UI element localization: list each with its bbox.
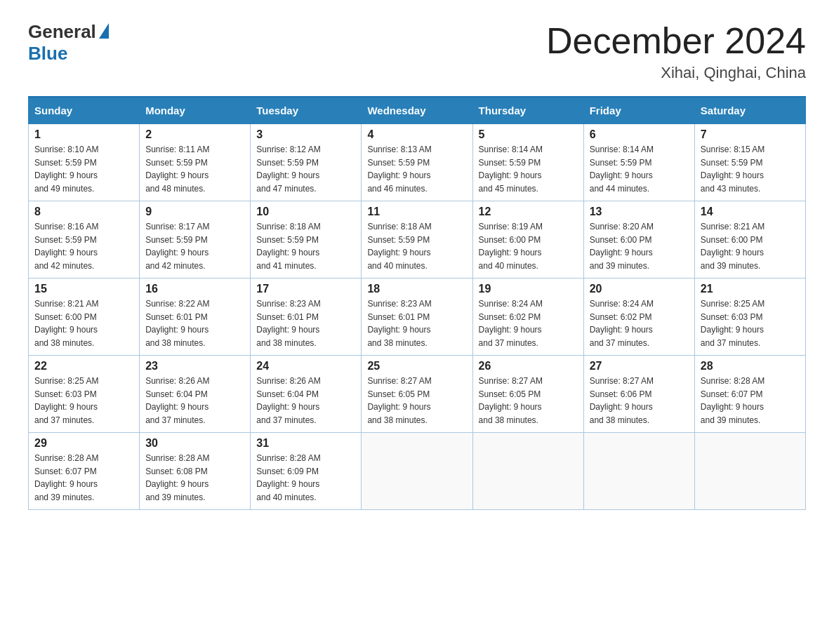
day-number: 12 (479, 206, 578, 218)
day-info: Sunrise: 8:22 AMSunset: 6:01 PMDaylight:… (145, 297, 244, 349)
day-info: Sunrise: 8:28 AMSunset: 6:07 PMDaylight:… (34, 452, 133, 504)
header-thursday: Thursday (472, 97, 583, 124)
calendar-cell: 30Sunrise: 8:28 AMSunset: 6:08 PMDayligh… (140, 433, 251, 510)
day-number: 6 (590, 128, 689, 141)
calendar-cell: 18Sunrise: 8:23 AMSunset: 6:01 PMDayligh… (362, 279, 472, 356)
calendar-cell: 11Sunrise: 8:18 AMSunset: 5:59 PMDayligh… (362, 201, 472, 279)
day-number: 20 (590, 283, 689, 295)
calendar-cell (583, 433, 694, 510)
day-number: 18 (367, 283, 466, 295)
calendar-header-row: SundayMondayTuesdayWednesdayThursdayFrid… (29, 97, 806, 124)
day-info: Sunrise: 8:17 AMSunset: 5:59 PMDaylight:… (145, 220, 244, 272)
day-info: Sunrise: 8:16 AMSunset: 5:59 PMDaylight:… (34, 220, 133, 272)
day-number: 3 (256, 128, 355, 141)
header-monday: Monday (140, 97, 251, 124)
calendar-cell: 9Sunrise: 8:17 AMSunset: 5:59 PMDaylight… (140, 201, 251, 279)
day-info: Sunrise: 8:15 AMSunset: 5:59 PMDaylight:… (701, 143, 800, 195)
calendar-cell: 20Sunrise: 8:24 AMSunset: 6:02 PMDayligh… (583, 279, 694, 356)
calendar-week-row: 8Sunrise: 8:16 AMSunset: 5:59 PMDaylight… (29, 201, 806, 279)
header-wednesday: Wednesday (362, 97, 472, 124)
day-info: Sunrise: 8:12 AMSunset: 5:59 PMDaylight:… (256, 143, 355, 195)
calendar-week-row: 29Sunrise: 8:28 AMSunset: 6:07 PMDayligh… (29, 433, 806, 510)
calendar-cell: 16Sunrise: 8:22 AMSunset: 6:01 PMDayligh… (140, 279, 251, 356)
calendar-cell: 4Sunrise: 8:13 AMSunset: 5:59 PMDaylight… (362, 124, 472, 201)
calendar-cell: 7Sunrise: 8:15 AMSunset: 5:59 PMDaylight… (694, 124, 805, 201)
day-info: Sunrise: 8:23 AMSunset: 6:01 PMDaylight:… (256, 297, 355, 349)
day-number: 15 (34, 283, 133, 295)
day-info: Sunrise: 8:10 AMSunset: 5:59 PMDaylight:… (34, 143, 133, 195)
calendar-cell: 26Sunrise: 8:27 AMSunset: 6:05 PMDayligh… (472, 356, 583, 433)
day-number: 14 (701, 206, 800, 218)
day-number: 13 (590, 206, 689, 218)
day-info: Sunrise: 8:27 AMSunset: 6:05 PMDaylight:… (479, 375, 578, 427)
calendar-cell: 31Sunrise: 8:28 AMSunset: 6:09 PMDayligh… (251, 433, 362, 510)
day-info: Sunrise: 8:14 AMSunset: 5:59 PMDaylight:… (590, 143, 689, 195)
calendar-cell: 25Sunrise: 8:27 AMSunset: 6:05 PMDayligh… (362, 356, 472, 433)
calendar-cell (362, 433, 472, 510)
header-saturday: Saturday (694, 97, 805, 124)
calendar-week-row: 1Sunrise: 8:10 AMSunset: 5:59 PMDaylight… (29, 124, 806, 201)
day-info: Sunrise: 8:25 AMSunset: 6:03 PMDaylight:… (34, 375, 133, 427)
calendar-table: SundayMondayTuesdayWednesdayThursdayFrid… (28, 96, 806, 510)
day-info: Sunrise: 8:26 AMSunset: 6:04 PMDaylight:… (256, 375, 355, 427)
calendar-cell: 24Sunrise: 8:26 AMSunset: 6:04 PMDayligh… (251, 356, 362, 433)
day-number: 21 (701, 283, 800, 295)
day-info: Sunrise: 8:27 AMSunset: 6:06 PMDaylight:… (590, 375, 689, 427)
calendar-cell: 17Sunrise: 8:23 AMSunset: 6:01 PMDayligh… (251, 279, 362, 356)
calendar-week-row: 15Sunrise: 8:21 AMSunset: 6:00 PMDayligh… (29, 279, 806, 356)
day-info: Sunrise: 8:25 AMSunset: 6:03 PMDaylight:… (701, 297, 800, 349)
day-number: 2 (145, 128, 244, 141)
day-info: Sunrise: 8:13 AMSunset: 5:59 PMDaylight:… (367, 143, 466, 195)
calendar-cell: 2Sunrise: 8:11 AMSunset: 5:59 PMDaylight… (140, 124, 251, 201)
calendar-cell: 27Sunrise: 8:27 AMSunset: 6:06 PMDayligh… (583, 356, 694, 433)
day-number: 7 (701, 128, 800, 141)
day-number: 16 (145, 283, 244, 295)
calendar-cell: 8Sunrise: 8:16 AMSunset: 5:59 PMDaylight… (29, 201, 140, 279)
page-header: General Blue December 2024 Xihai, Qingha… (28, 21, 806, 82)
day-number: 30 (145, 437, 244, 450)
calendar-cell: 14Sunrise: 8:21 AMSunset: 6:00 PMDayligh… (694, 201, 805, 279)
calendar-cell: 22Sunrise: 8:25 AMSunset: 6:03 PMDayligh… (29, 356, 140, 433)
day-info: Sunrise: 8:24 AMSunset: 6:02 PMDaylight:… (479, 297, 578, 349)
calendar-cell: 21Sunrise: 8:25 AMSunset: 6:03 PMDayligh… (694, 279, 805, 356)
calendar-cell: 23Sunrise: 8:26 AMSunset: 6:04 PMDayligh… (140, 356, 251, 433)
day-number: 11 (367, 206, 466, 218)
day-number: 17 (256, 283, 355, 295)
logo-blue-text: Blue (28, 43, 67, 64)
day-number: 28 (701, 360, 800, 373)
day-number: 1 (34, 128, 133, 141)
calendar-cell: 13Sunrise: 8:20 AMSunset: 6:00 PMDayligh… (583, 201, 694, 279)
header-tuesday: Tuesday (251, 97, 362, 124)
day-info: Sunrise: 8:18 AMSunset: 5:59 PMDaylight:… (256, 220, 355, 272)
day-info: Sunrise: 8:24 AMSunset: 6:02 PMDaylight:… (590, 297, 689, 349)
day-number: 8 (34, 206, 133, 218)
calendar-cell: 19Sunrise: 8:24 AMSunset: 6:02 PMDayligh… (472, 279, 583, 356)
header-sunday: Sunday (29, 97, 140, 124)
header-friday: Friday (583, 97, 694, 124)
title-section: December 2024 Xihai, Qinghai, China (546, 21, 806, 82)
day-number: 5 (479, 128, 578, 141)
calendar-week-row: 22Sunrise: 8:25 AMSunset: 6:03 PMDayligh… (29, 356, 806, 433)
day-number: 27 (590, 360, 689, 373)
calendar-cell: 10Sunrise: 8:18 AMSunset: 5:59 PMDayligh… (251, 201, 362, 279)
day-number: 26 (479, 360, 578, 373)
calendar-cell: 28Sunrise: 8:28 AMSunset: 6:07 PMDayligh… (694, 356, 805, 433)
calendar-title: December 2024 (546, 21, 806, 61)
logo-triangle-icon (99, 23, 109, 39)
logo-general-text: General (28, 21, 96, 43)
calendar-cell (694, 433, 805, 510)
logo-container: General Blue (28, 21, 109, 65)
day-info: Sunrise: 8:27 AMSunset: 6:05 PMDaylight:… (367, 375, 466, 427)
calendar-cell (472, 433, 583, 510)
day-number: 10 (256, 206, 355, 218)
calendar-cell: 1Sunrise: 8:10 AMSunset: 5:59 PMDaylight… (29, 124, 140, 201)
calendar-subtitle: Xihai, Qinghai, China (546, 64, 806, 82)
day-number: 29 (34, 437, 133, 450)
calendar-cell: 6Sunrise: 8:14 AMSunset: 5:59 PMDaylight… (583, 124, 694, 201)
day-info: Sunrise: 8:26 AMSunset: 6:04 PMDaylight:… (145, 375, 244, 427)
calendar-cell: 12Sunrise: 8:19 AMSunset: 6:00 PMDayligh… (472, 201, 583, 279)
calendar-cell: 29Sunrise: 8:28 AMSunset: 6:07 PMDayligh… (29, 433, 140, 510)
calendar-cell: 15Sunrise: 8:21 AMSunset: 6:00 PMDayligh… (29, 279, 140, 356)
day-info: Sunrise: 8:28 AMSunset: 6:07 PMDaylight:… (701, 375, 800, 427)
calendar-cell: 5Sunrise: 8:14 AMSunset: 5:59 PMDaylight… (472, 124, 583, 201)
